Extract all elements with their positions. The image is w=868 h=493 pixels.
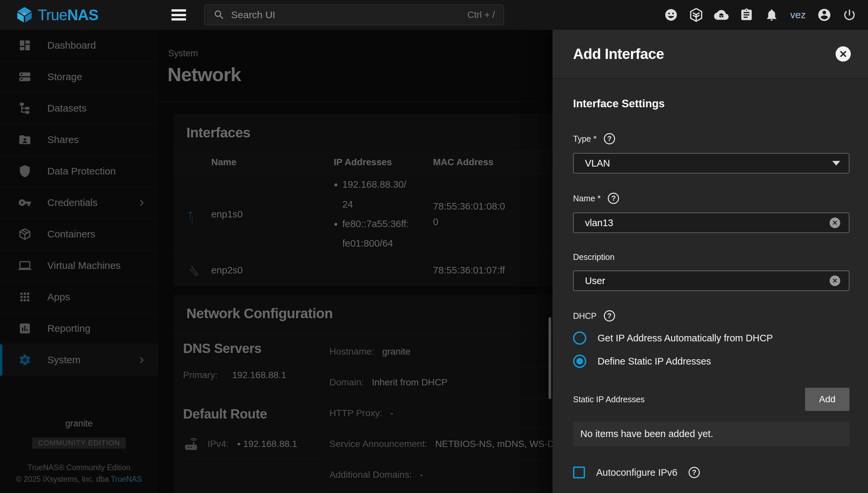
autoconfigure-ipv6-row[interactable]: Autoconfigure IPv6 ? xyxy=(573,467,849,478)
name-value: vlan13 xyxy=(585,217,830,229)
name-input[interactable]: vlan13 ✕ xyxy=(573,213,849,233)
power-icon[interactable] xyxy=(842,7,857,22)
radio-selected-icon[interactable] xyxy=(573,355,586,368)
help-icon[interactable]: ? xyxy=(608,193,619,204)
description-value: User xyxy=(585,276,830,286)
search-placeholder: Search UI xyxy=(231,9,461,21)
truenas-logo-icon xyxy=(16,6,33,23)
help-icon[interactable]: ? xyxy=(689,467,700,478)
interface-settings-heading: Interface Settings xyxy=(573,97,849,110)
topbar: TrueNAS Search UI Ctrl + / vez xyxy=(0,0,868,30)
feedback-icon[interactable] xyxy=(664,7,678,22)
modal-backdrop[interactable] xyxy=(0,30,552,493)
checkbox-icon[interactable] xyxy=(573,467,585,478)
search-input[interactable]: Search UI Ctrl + / xyxy=(204,5,504,25)
search-shortcut: Ctrl + / xyxy=(468,9,495,20)
username-label: vez xyxy=(789,9,806,21)
menu-toggle-icon[interactable] xyxy=(172,9,186,21)
jobs-clipboard-icon[interactable] xyxy=(739,7,754,22)
radio-label: Define Static IP Addresses xyxy=(598,356,711,367)
help-icon[interactable]: ? xyxy=(604,310,615,321)
type-label: Type * xyxy=(573,134,596,144)
close-icon[interactable]: ✕ xyxy=(836,46,851,62)
search-icon xyxy=(213,9,225,21)
autoconfigure-ipv6-label: Autoconfigure IPv6 xyxy=(596,467,677,478)
radio-dhcp-auto[interactable]: Get IP Address Automatically from DHCP xyxy=(573,331,849,345)
brand-name: TrueNAS xyxy=(38,6,98,24)
account-avatar-icon[interactable] xyxy=(817,7,831,22)
add-interface-panel: Add Interface ✕ Interface Settings Type … xyxy=(552,30,868,493)
add-button[interactable]: Add xyxy=(805,388,849,411)
radio-static-ip[interactable]: Define Static IP Addresses xyxy=(573,355,849,368)
static-ips-label: Static IP Addresses xyxy=(573,395,645,404)
alerts-bell-icon[interactable] xyxy=(764,7,779,22)
radio-label: Get IP Address Automatically from DHCP xyxy=(598,333,773,344)
clear-icon[interactable]: ✕ xyxy=(830,217,840,228)
type-value: VLAN xyxy=(585,158,832,169)
clear-icon[interactable]: ✕ xyxy=(830,276,840,286)
type-select[interactable]: VLAN xyxy=(573,153,849,173)
description-label: Description xyxy=(573,252,614,262)
empty-list-message: No items have been added yet. xyxy=(573,422,849,446)
truenas-stack-icon[interactable] xyxy=(689,7,703,22)
scrollbar-thumb[interactable] xyxy=(548,317,551,399)
radio-icon[interactable] xyxy=(573,331,586,345)
name-label: Name * xyxy=(573,194,601,203)
truenas-logo[interactable]: TrueNAS xyxy=(0,6,142,24)
panel-title: Add Interface xyxy=(573,46,664,62)
dhcp-label: DHCP xyxy=(573,311,596,321)
truenas-connect-cloud-icon[interactable] xyxy=(714,7,729,22)
description-input[interactable]: User ✕ xyxy=(573,271,849,291)
help-icon[interactable]: ? xyxy=(604,133,615,144)
chevron-down-icon xyxy=(832,161,840,166)
